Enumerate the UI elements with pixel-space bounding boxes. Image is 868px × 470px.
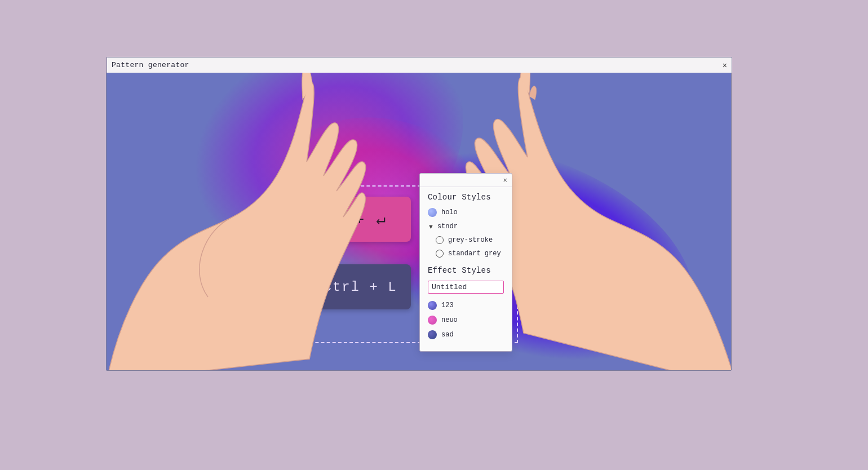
effect-item-neuo[interactable]: neuo (420, 313, 512, 327)
colour-item-holo[interactable]: holo (420, 205, 512, 220)
effect-item-123[interactable]: 123 (420, 298, 512, 313)
stndr-children: grey-stroke standart grey (420, 233, 512, 260)
main-window-close-button[interactable]: × (723, 61, 727, 70)
grey-stroke-label: grey-stroke (448, 236, 493, 244)
stndr-folder[interactable]: ▼ stndr (420, 220, 512, 233)
effect-sad-dot (428, 330, 437, 339)
folder-arrow-icon: ▼ (428, 223, 434, 230)
effect-input-wrapper (428, 281, 504, 294)
main-window: Pattern generator × ⌘ + ↵ Ctrl + L (106, 72, 732, 371)
main-window-titlebar: Pattern generator × (107, 57, 732, 73)
cmd-key-card[interactable]: ⌘ + ↵ (309, 197, 411, 242)
colour-item-grey-stroke[interactable]: grey-stroke (428, 233, 512, 247)
standart-grey-label: standart grey (448, 250, 501, 258)
main-window-title: Pattern generator (112, 61, 189, 69)
effect-sad-label: sad (441, 331, 454, 339)
effect-styles-title: Effect Styles (420, 260, 512, 278)
holo-color-dot (428, 208, 437, 217)
effect-item-sad[interactable]: sad (420, 327, 512, 342)
colour-item-standart-grey[interactable]: standart grey (428, 247, 512, 260)
effect-123-label: 123 (441, 301, 454, 309)
standart-grey-dot (436, 250, 444, 258)
holo-label: holo (441, 209, 458, 216)
effect-123-dot (428, 301, 437, 310)
stndr-label: stndr (437, 223, 458, 230)
styles-panel: × Colour Styles holo ▼ stndr grey-stroke (419, 173, 512, 352)
styles-panel-close-button[interactable]: × (503, 176, 507, 184)
grey-stroke-dot (436, 236, 444, 244)
effect-neuo-label: neuo (441, 316, 458, 324)
ctrl-key-card[interactable]: Ctrl + L (309, 264, 411, 309)
effect-neuo-dot (428, 316, 437, 325)
styles-panel-header: × (420, 174, 512, 187)
effect-name-input[interactable] (428, 281, 504, 294)
colour-styles-title: Colour Styles (420, 187, 512, 205)
canvas-area: ⌘ + ↵ Ctrl + L (107, 73, 731, 370)
